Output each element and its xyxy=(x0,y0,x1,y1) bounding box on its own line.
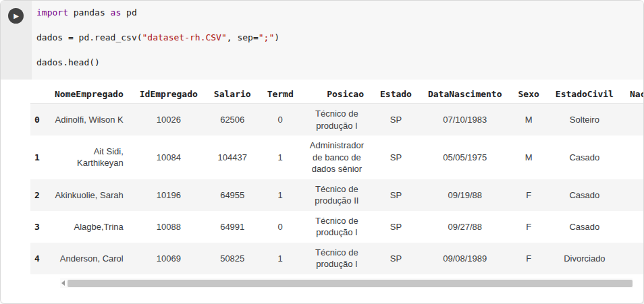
code-token-string: ";" xyxy=(259,32,274,42)
table-cell: 104437 xyxy=(206,135,259,179)
code-line: dados.head() xyxy=(36,57,638,69)
table-cell: 0 xyxy=(259,104,302,136)
column-header: NomeEmpregado xyxy=(47,85,132,104)
horizontal-scrollbar[interactable] xyxy=(60,278,633,288)
table-cell: Casado xyxy=(547,179,622,211)
table-cell: Solteiro xyxy=(547,104,622,136)
code-editor[interactable]: import pandas as pd dados = pd.read_csv(… xyxy=(36,7,638,69)
table-cell: SP xyxy=(372,211,420,243)
table-cell: Brasileiro xyxy=(622,104,644,136)
table-cell: 64955 xyxy=(206,179,259,211)
column-header: IdEmpregado xyxy=(132,85,206,104)
table-row: 4Anderson, Carol10069508251Técnico de pr… xyxy=(30,243,644,274)
run-cell-button[interactable]: ▶ xyxy=(8,8,24,24)
table-cell: SP xyxy=(372,243,420,274)
table-cell: 1 xyxy=(259,135,302,179)
code-line: dados = pd.read_csv("dataset-rh.CSV", se… xyxy=(36,32,638,44)
table-cell: M xyxy=(510,135,547,179)
table-cell: 10026 xyxy=(132,104,206,136)
code-token-string: "dataset-rh.CSV" xyxy=(142,32,227,42)
table-cell: 07/10/1983 xyxy=(420,104,510,136)
table-cell: 64991 xyxy=(206,211,259,243)
table-cell: 0 xyxy=(259,211,302,243)
table-row: 1Ait Sidi, Karthikeyan100841044371Admini… xyxy=(30,135,644,179)
table-cell: 62506 xyxy=(206,104,259,136)
table-cell: Casado xyxy=(547,135,622,179)
table-cell: 09/27/88 xyxy=(420,211,510,243)
row-index: 0 xyxy=(30,104,47,136)
table-cell: 10088 xyxy=(132,211,206,243)
table-row: 3Alagbe,Trina10088649910Técnico de produ… xyxy=(30,211,644,243)
table-cell: Brasileiro xyxy=(622,135,644,179)
code-token-plain: pd xyxy=(121,7,136,18)
table-row: 0Adinolfi, Wilson K10026625060Técnico de… xyxy=(30,104,644,136)
dataframe-header: NomeEmpregadoIdEmpregadoSalarioTermdPosi… xyxy=(30,85,644,104)
table-cell: F xyxy=(510,179,547,211)
table-cell: SP xyxy=(372,179,420,211)
table-cell: Brasileiro xyxy=(622,211,644,243)
column-header: DataNascimento xyxy=(420,85,510,104)
table-cell: 10196 xyxy=(132,179,206,211)
code-token-plain: dados = pd.read_csv( xyxy=(36,32,142,42)
table-cell: 1 xyxy=(259,179,302,211)
table-cell: SP xyxy=(372,104,420,136)
code-token-plain: ) xyxy=(274,32,279,42)
column-header: Salario xyxy=(206,85,259,104)
table-cell: 09/08/1989 xyxy=(420,243,510,274)
table-cell: SP xyxy=(372,135,420,179)
table-cell: 05/05/1975 xyxy=(420,135,510,179)
table-cell: 10084 xyxy=(132,135,206,179)
column-header: Sexo xyxy=(510,85,547,104)
table-cell: Divorciado xyxy=(547,243,622,274)
table-cell: F xyxy=(510,211,547,243)
table-cell: Técnico de produção I xyxy=(302,243,372,274)
table-cell: 50825 xyxy=(206,243,259,274)
row-index: 4 xyxy=(30,243,47,274)
scrollbar-thumb[interactable] xyxy=(68,280,633,287)
table-cell: Adinolfi, Wilson K xyxy=(47,104,132,136)
code-cell-editor-area: ▶ import pandas as pd dados = pd.read_cs… xyxy=(1,1,643,80)
table-cell: 10069 xyxy=(132,243,206,274)
index-column-header xyxy=(30,85,47,104)
code-line xyxy=(36,20,638,32)
code-line xyxy=(36,44,638,57)
cell-output-area: NomeEmpregadoIdEmpregadoSalarioTermdPosi… xyxy=(1,80,643,288)
row-index: 1 xyxy=(30,135,47,179)
table-cell: Brasileiro xyxy=(622,179,644,211)
play-icon: ▶ xyxy=(14,13,19,20)
table-cell: M xyxy=(510,104,547,136)
table-cell: Akinkuolie, Sarah xyxy=(47,179,132,211)
table-cell: Técnico de produção I xyxy=(302,104,372,136)
column-header: Termd xyxy=(259,85,302,104)
table-cell: Técnico de produção II xyxy=(302,179,372,211)
code-token-plain: , sep= xyxy=(227,32,259,42)
column-header: Posicao xyxy=(302,85,372,104)
column-header: Nacionalidade xyxy=(622,85,644,104)
table-row: 2Akinkuolie, Sarah10196649551Técnico de … xyxy=(30,179,644,211)
table-cell: 09/19/88 xyxy=(420,179,510,211)
scrollbar-left-arrow-icon[interactable] xyxy=(61,280,65,286)
code-token-keyword: as xyxy=(111,7,122,18)
column-header: EstadoCivil xyxy=(547,85,622,104)
table-cell: Ait Sidi, Karthikeyan xyxy=(47,135,132,179)
code-token-plain: dados.head() xyxy=(36,57,100,67)
row-index: 3 xyxy=(30,211,47,243)
table-cell: Alagbe,Trina xyxy=(47,211,132,243)
code-token-plain: pandas xyxy=(68,7,111,18)
column-header: Estado xyxy=(372,85,420,104)
table-cell: Administrador de banco de dados sênior xyxy=(302,135,372,179)
notebook-code-cell: ▶ import pandas as pd dados = pd.read_cs… xyxy=(0,0,644,304)
table-cell: Brasileiro xyxy=(622,243,644,274)
table-cell: Anderson, Carol xyxy=(47,243,132,274)
table-cell: Casado xyxy=(547,211,622,243)
dataframe-table: NomeEmpregadoIdEmpregadoSalarioTermdPosi… xyxy=(30,85,644,274)
code-line: import pandas as pd xyxy=(36,7,638,20)
table-cell: Técnico de produção I xyxy=(302,211,372,243)
code-token-keyword: import xyxy=(36,7,68,18)
table-cell: F xyxy=(510,243,547,274)
dataframe-body: 0Adinolfi, Wilson K10026625060Técnico de… xyxy=(30,104,644,275)
row-index: 2 xyxy=(30,179,47,211)
table-cell: 1 xyxy=(259,243,302,274)
